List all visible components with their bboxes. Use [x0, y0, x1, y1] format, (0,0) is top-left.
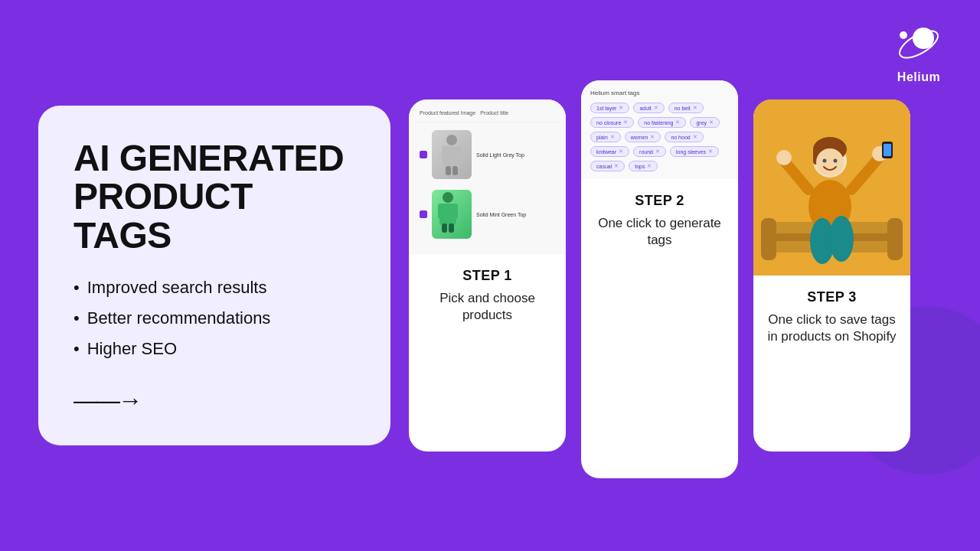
bullet-1: Improved search results [74, 278, 355, 298]
svg-point-23 [816, 148, 844, 176]
bullet-2: Better recommendations [74, 308, 355, 328]
step1-text: STEP 1 Pick and choose products [409, 254, 566, 341]
svg-point-29 [776, 150, 792, 165]
step3-text: STEP 3 One click to save tags in product… [753, 276, 910, 362]
tag-casual: casual✕ [590, 161, 625, 171]
tag-no-fastening: no fastening✕ [638, 117, 686, 128]
step3-number: STEP 3 [766, 289, 898, 305]
svg-rect-7 [446, 166, 451, 175]
svg-rect-5 [442, 146, 447, 161]
tags-grid: 1st layer✕ adult✕ no belt✕ no closure✕ n… [590, 103, 729, 171]
tag-grey: grey✕ [690, 117, 720, 128]
tag-1st-layer: 1st layer✕ [590, 103, 629, 113]
step2-text: STEP 2 One click to generate tags [581, 179, 738, 266]
svg-rect-14 [449, 223, 454, 233]
step1-desc: Pick and choose products [421, 290, 554, 324]
step1-number: STEP 1 [421, 268, 554, 284]
info-card: AI GENERATEDPRODUCT TAGS Improved search… [38, 106, 390, 445]
tag-round: round✕ [633, 146, 666, 157]
svg-rect-12 [452, 204, 458, 219]
svg-point-3 [446, 135, 457, 145]
step3-desc: One click to save tags in products on Sh… [766, 311, 898, 345]
checkbox-2[interactable] [420, 210, 427, 218]
checkbox-1[interactable] [420, 151, 427, 158]
step2-number: STEP 2 [593, 193, 726, 209]
product-label-1: Solid Light Grey Top [476, 152, 555, 158]
product-thumb-2 [432, 190, 472, 239]
svg-rect-32 [884, 144, 891, 156]
step1-header: Product featured Image Product title [416, 107, 558, 122]
svg-rect-6 [456, 146, 462, 161]
tag-no-hood: no hood✕ [665, 132, 703, 142]
product-item-2: Solid Mint Green Top [416, 187, 558, 242]
svg-point-24 [823, 159, 827, 163]
svg-point-34 [829, 216, 854, 262]
product-item-1: Solid Light Grey Top [416, 127, 558, 182]
tag-plain: plain✕ [590, 132, 621, 142]
thumb-green [432, 190, 472, 239]
tags-section-title: Helium smart tags [590, 90, 729, 96]
tag-women: women✕ [625, 132, 662, 142]
tag-adult: adult✕ [633, 103, 664, 113]
step2-card: Helium smart tags 1st layer✕ adult✕ no b… [581, 80, 738, 478]
thumb-grey [432, 130, 472, 179]
step1-card: Product featured Image Product title [409, 99, 566, 452]
step2-desc: One click to generate tags [593, 215, 726, 249]
tags-preview: Helium smart tags 1st layer✕ adult✕ no b… [581, 80, 738, 179]
main-content: AI GENERATEDPRODUCT TAGS Improved search… [0, 0, 980, 551]
tag-long-sleeves: long sleeves✕ [670, 146, 719, 157]
step3-card: STEP 3 One click to save tags in product… [753, 99, 910, 452]
col1-label: Product featured Image [420, 110, 475, 116]
svg-rect-8 [452, 166, 458, 175]
tag-no-closure: no closure✕ [590, 117, 634, 128]
tag-no-belt: no belt✕ [668, 103, 704, 113]
svg-rect-13 [442, 223, 447, 233]
col2-label: Product title [480, 110, 508, 116]
svg-point-9 [443, 192, 453, 203]
product-label-2: Solid Mint Green Top [476, 212, 555, 217]
info-title: AI GENERATEDPRODUCT TAGS [74, 139, 355, 255]
tag-tops: tops✕ [629, 161, 658, 171]
info-list: Improved search results Better recommend… [74, 278, 355, 359]
arrow-icon: ——→ [74, 386, 140, 415]
bullet-3: Higher SEO [74, 339, 355, 359]
svg-rect-11 [438, 204, 443, 219]
svg-point-25 [834, 159, 838, 163]
product-thumb-1 [432, 130, 472, 179]
steps-container: Product featured Image Product title [409, 73, 942, 478]
tag-knitwear: knitwear✕ [590, 146, 629, 157]
arrow-button[interactable]: ——→ [74, 386, 355, 415]
step3-image [753, 99, 910, 276]
step1-preview: Product featured Image Product title [409, 99, 566, 254]
